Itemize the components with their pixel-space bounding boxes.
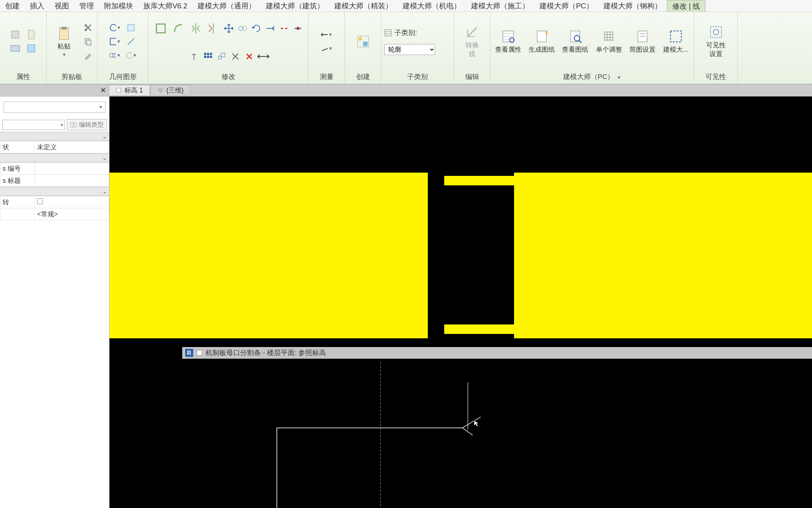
split-gap-button[interactable] — [292, 23, 304, 34]
svg-rect-24 — [207, 56, 209, 58]
align-icon — [154, 22, 167, 35]
measure-align-button[interactable]: ▼ — [321, 43, 333, 54]
convert-icon — [465, 25, 479, 39]
gen-sheet-button[interactable]: 生成图纸 — [527, 22, 557, 61]
svg-rect-31 — [385, 29, 391, 36]
profile-sketch[interactable] — [277, 417, 481, 508]
measure-icon — [321, 31, 328, 38]
floatwin-titlebar[interactable]: R 机制板母口分割条 - 楼层平面: 参照标高 — [182, 347, 812, 359]
visibility-button[interactable]: 可见性 设置 — [701, 22, 731, 61]
svg-point-36 — [574, 35, 580, 41]
properties-btn-4[interactable] — [25, 43, 37, 54]
view-sheet-icon — [568, 29, 582, 44]
svg-rect-28 — [358, 36, 369, 47]
pin-button[interactable] — [188, 51, 200, 62]
panel-title-subcategory: 子类别 — [381, 71, 454, 84]
svg-point-29 — [358, 37, 362, 40]
measure-dist-button[interactable]: ▼ — [321, 29, 333, 40]
geom-btn-5[interactable] — [125, 36, 137, 47]
geom-cut-button[interactable]: ▼ — [109, 36, 121, 47]
rotate-icon — [251, 23, 262, 34]
tab-famlib[interactable]: 族库大师V6.2 — [138, 0, 192, 12]
tab-addins[interactable]: 附加模块 — [99, 0, 138, 12]
tab-jmds-constr[interactable]: 建模大师（施工） — [466, 0, 534, 12]
offset-button[interactable] — [170, 20, 186, 36]
subcategory-select[interactable]: 轮廓 — [384, 44, 435, 55]
matchtype-button[interactable] — [82, 50, 94, 61]
prop-common-value[interactable]: <常规> — [35, 208, 109, 220]
svg-point-17 — [239, 26, 243, 31]
prop-state-value[interactable]: 未定义 — [35, 141, 109, 153]
view-sheet-button[interactable]: 查看图纸 — [560, 22, 590, 61]
tab-jmds-general[interactable]: 建模大师（通用） — [192, 0, 261, 12]
prop-panel-close[interactable]: ✕ — [100, 86, 106, 94]
tab-jmds-mep[interactable]: 建模大师（机电） — [398, 0, 466, 12]
tab-jmds-pc[interactable]: 建模大师（PC） — [534, 0, 598, 12]
view-prop-button[interactable]: 查看属性 — [493, 22, 523, 61]
dim-arrow-button[interactable] — [257, 51, 269, 62]
svg-rect-41 — [116, 88, 121, 92]
prop-number-value[interactable] — [35, 163, 109, 175]
copy-move-button[interactable] — [236, 23, 249, 34]
trim-button[interactable] — [264, 23, 276, 34]
type-selector[interactable]: ▼ — [4, 102, 106, 113]
edit-type-button[interactable]: 编辑类型 — [67, 119, 107, 130]
instance-filter[interactable]: ▾ — [2, 120, 65, 130]
rotate-button[interactable] — [250, 23, 263, 34]
tab-jmds-interior[interactable]: 建模大师（精装） — [329, 0, 398, 12]
properties-btn-3[interactable] — [25, 29, 37, 40]
plan-view-window[interactable]: R 机制板母口分割条 - 楼层平面: 参照标高 — [182, 359, 812, 508]
viewtab-level1[interactable]: 标高 1 — [109, 85, 150, 96]
geom-join-button[interactable]: ▼ — [109, 50, 121, 61]
properties-btn-1[interactable] — [9, 29, 21, 40]
svg-rect-14 — [128, 24, 134, 31]
profile-icon — [635, 29, 650, 44]
copy-icon — [84, 37, 92, 46]
single-adjust-button[interactable]: 单个调整 — [594, 22, 624, 61]
tab-insert[interactable]: 插入 — [25, 0, 49, 12]
delete-button[interactable] — [243, 51, 255, 62]
viewtab-3d[interactable]: {三维} — [151, 85, 191, 96]
svg-rect-30 — [363, 42, 368, 46]
jmds-more-button[interactable]: 建模大... — [661, 22, 691, 61]
tab-view[interactable]: 视图 — [49, 0, 74, 12]
tab-modify-line[interactable]: 修改 | 线 — [667, 0, 705, 12]
geom-btn-4[interactable] — [125, 22, 137, 34]
align-button[interactable] — [153, 20, 169, 36]
panel-title-visibility: 可见性 — [694, 71, 737, 84]
cut-button[interactable] — [82, 22, 94, 34]
prop-title-value[interactable] — [35, 175, 109, 187]
section-view[interactable]: R 机制板母口分割条 - 楼层平面: 参照标高 — [110, 97, 812, 508]
paste-button[interactable]: 粘贴▼ — [49, 22, 78, 61]
panel-expand-icon[interactable]: ▼ — [617, 75, 621, 80]
mirror-draw-button[interactable] — [205, 20, 221, 36]
cut-wedge-bottom — [481, 338, 491, 344]
copy-button[interactable] — [82, 36, 94, 47]
group-header-2[interactable]: ⌄ — [0, 153, 109, 162]
prop-rotate-checkbox[interactable] — [37, 198, 43, 204]
tab-manage[interactable]: 管理 — [74, 0, 99, 12]
svg-rect-25 — [210, 56, 212, 58]
tab-create[interactable]: 创建 — [0, 0, 25, 12]
group-header-3[interactable]: ⌄ — [0, 187, 109, 196]
create-group-button[interactable] — [348, 22, 378, 61]
unpin-button[interactable] — [229, 51, 242, 62]
profile-setting-button[interactable]: 简图设置 — [628, 22, 657, 61]
mirror-axis-button[interactable] — [188, 20, 204, 36]
view-tab-strip: ✕ 标高 1 {三维} — [0, 84, 812, 97]
prop-row-title: s 标题 — [0, 175, 109, 187]
cut-wedge-top — [481, 168, 491, 174]
move-button[interactable] — [223, 23, 235, 34]
split-button[interactable] — [278, 23, 290, 34]
array-button[interactable] — [202, 51, 214, 62]
svg-rect-0 — [12, 31, 19, 38]
properties-btn-2[interactable] — [9, 43, 21, 54]
tab-jmds-arch[interactable]: 建模大师（建筑） — [261, 0, 329, 12]
group-header-1[interactable]: ⌄ — [0, 132, 109, 141]
scale-button[interactable] — [215, 51, 228, 62]
tab-jmds-steel[interactable]: 建模大师（钢构） — [598, 0, 667, 12]
svg-rect-11 — [110, 38, 116, 45]
geom-cope-button[interactable]: ▼ — [109, 22, 121, 34]
svg-rect-12 — [110, 54, 114, 57]
geom-btn-6[interactable]: ▼ — [125, 50, 137, 61]
